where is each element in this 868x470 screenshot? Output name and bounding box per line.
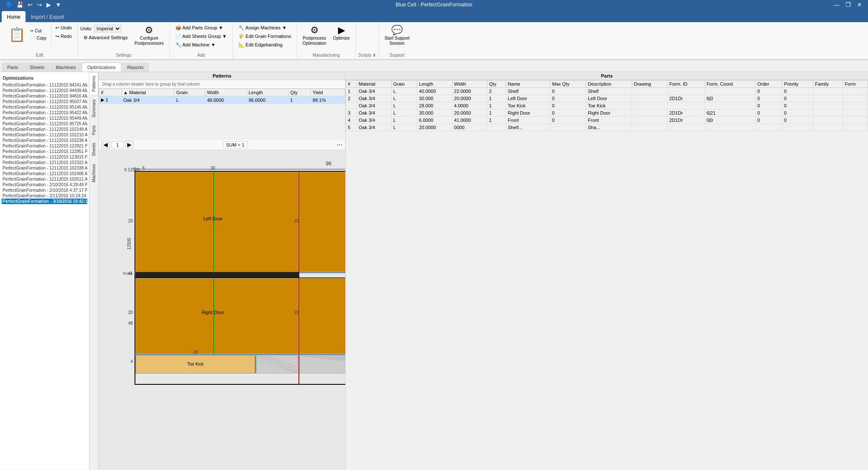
optimization-item-21[interactable]: PerfectGrainFormation - 3/10/2016 10:42:…	[2, 199, 87, 204]
optimization-item-8[interactable]: PerfectGrainFormation - 11122015 102149 …	[2, 127, 87, 132]
optimization-item-9[interactable]: PerfectGrainFormation - 11122015 102210 …	[2, 132, 87, 138]
expand-btn[interactable]: ⋯	[337, 141, 343, 148]
part-row-2[interactable]: Oak 3/4 L 28.000 4.0000 1 Toe Kick 0 Toe…	[346, 102, 868, 110]
tab-machines[interactable]: Machines	[50, 63, 81, 72]
optimization-item-10[interactable]: PerfectGrainFormation - 11122015 102238 …	[2, 138, 87, 143]
parts-col-drawing[interactable]: Drawing	[632, 81, 667, 88]
vtab-summary[interactable]: Summary	[89, 95, 98, 121]
part-row-3[interactable]: 3 Oak 3/4 L 30.000 20.0000 1 Right Door …	[346, 110, 868, 117]
part-row-1[interactable]: 2 Oak 3/4 L 30.000 20.0000 1 Left Door 0…	[346, 95, 868, 102]
optimization-item-5[interactable]: PerfectGrainFormation - 11122015 95422 A…	[2, 110, 87, 115]
optimization-item-1[interactable]: PerfectGrainFormation - 11122015 94439 A…	[2, 88, 87, 93]
close-btn[interactable]: ✕	[854, 1, 865, 8]
part-formid: 2D1Dr	[667, 110, 705, 117]
parts-col-width[interactable]: Width	[452, 81, 487, 88]
edit-edgebanding-button[interactable]: 📐 Edit Edgebanding	[235, 41, 294, 49]
vtab-sheets[interactable]: Sheets	[89, 139, 98, 160]
optimization-item-2[interactable]: PerfectGrainFormation - 11122015 94816 A…	[2, 93, 87, 99]
part-row-5[interactable]: 5 Oak 3/4 L 20.0000 0000 Shelf... Sha...	[346, 124, 868, 131]
optimization-item-11[interactable]: PerfectGrainFormation - 11122015 122921 …	[2, 143, 87, 149]
optimization-item-13[interactable]: PerfectGrainFormation - 11122015 123015 …	[2, 154, 87, 160]
optimization-item-3[interactable]: PerfectGrainFormation - 11122015 95037 A…	[2, 99, 87, 104]
add-sheets-group-button[interactable]: 📄 Add Sheets Group ▼	[172, 32, 230, 40]
parts-col-desc[interactable]: Description	[586, 81, 632, 88]
optimization-item-17[interactable]: PerfectGrainFormation - 12112015 102511 …	[2, 176, 87, 182]
part-priority	[782, 124, 813, 131]
undo-button[interactable]: ↩ Undo	[52, 24, 74, 32]
start-support-session-button[interactable]: 💬 Start SupportSession	[381, 24, 413, 48]
parts-scroll[interactable]: # Material Grain Length Width Qty Name M…	[346, 80, 868, 470]
optimization-item-12[interactable]: PerfectGrainFormation - 11122015 122951 …	[2, 149, 87, 154]
col-width[interactable]: Width	[205, 89, 247, 96]
parts-col-family[interactable]: Family	[813, 81, 843, 88]
advanced-settings-button[interactable]: ⚙ Advanced Settings	[80, 34, 131, 42]
optimization-item-6[interactable]: PerfectGrainFormation - 11122015 95449 A…	[2, 115, 87, 121]
parts-col-material[interactable]: Material	[357, 81, 391, 88]
vtab-machines[interactable]: Machines	[89, 160, 98, 186]
col-grain[interactable]: Grain	[175, 89, 205, 96]
part-row-4[interactable]: 4 Oak 3/4 L 6.0000 41.0000 1 Front 0 Fro…	[346, 117, 868, 124]
parts-col-grain[interactable]: Grain	[391, 81, 417, 88]
optimization-item-16[interactable]: PerfectGrainFormation - 12112015 102406 …	[2, 171, 87, 176]
qat-undo[interactable]: ↩	[26, 1, 34, 9]
qat-dropdown[interactable]: ▼	[54, 1, 63, 9]
pattern-row-0[interactable]: ▶ 1 Oak 3/4 L 48.0000 96.0000 1 88.1%	[99, 96, 345, 104]
paste-icon[interactable]: 📋	[7, 25, 27, 44]
units-select[interactable]: Imperial Metric	[94, 25, 121, 32]
postprocess-button[interactable]: ⚙ PostprocessOptimization	[300, 24, 329, 48]
main-tabs-bar: Parts Sheets Machines Optimizations Repo…	[0, 60, 868, 72]
qat-save[interactable]: 💾	[15, 1, 25, 9]
next-sheet-btn[interactable]: ▶	[125, 141, 134, 149]
copy-button[interactable]: 📄 Copy	[28, 35, 49, 41]
col-yield[interactable]: Yield	[311, 89, 345, 96]
vtab-parts[interactable]: Parts	[89, 121, 98, 139]
parts-col-name[interactable]: Name	[506, 81, 550, 88]
cut-button[interactable]: ✂ Cut	[28, 28, 49, 34]
parts-col-length[interactable]: Length	[417, 81, 452, 88]
optimization-item-15[interactable]: PerfectGrainFormation - 12112015 102338 …	[2, 165, 87, 171]
assign-machines-button[interactable]: 🔧 Assign Machines ▼	[235, 24, 294, 32]
part-order: 0	[756, 88, 782, 95]
qat-redo[interactable]: ↪	[36, 1, 43, 9]
optimize-button[interactable]: ▶ Optimize	[330, 24, 352, 43]
minimize-btn[interactable]: —	[831, 1, 842, 8]
maximize-btn[interactable]: ❐	[843, 1, 854, 8]
optimization-item-7[interactable]: PerfectGrainFormation - 11122015 95725 A…	[2, 121, 87, 127]
parts-col-formid[interactable]: Form. ID	[667, 81, 705, 88]
parts-col-formcoord[interactable]: Form. Coord	[705, 81, 755, 88]
tab-parts[interactable]: Parts	[2, 63, 24, 72]
parts-col-priority[interactable]: Priority	[782, 81, 813, 88]
redo-button[interactable]: ↪ Redo	[52, 32, 74, 40]
optimization-item-0[interactable]: PerfectGrainFormation - 11122015 94241 A…	[2, 82, 87, 88]
qat-run[interactable]: ▶	[45, 1, 52, 9]
optimization-item-18[interactable]: PerfectGrainFormation - 2/10/2016 4:29:4…	[2, 182, 87, 187]
configure-postprocessors-button[interactable]: ⚙ ConfigurePostprocessors	[132, 24, 167, 48]
part-row-0[interactable]: 1 Oak 3/4 L 40.0000 22.0000 2 Shelf 0 Sh…	[346, 88, 868, 95]
prev-sheet-btn[interactable]: ◀	[101, 141, 110, 149]
sheet-page-input[interactable]	[112, 141, 123, 148]
add-parts-group-button[interactable]: 📦 Add Parts Group ▼	[172, 24, 230, 32]
parts-col-hash[interactable]: #	[346, 81, 357, 88]
tab-optimizations[interactable]: Optimizations	[82, 63, 121, 72]
tab-import-export[interactable]: Import / Export	[26, 11, 69, 22]
add-machine-button[interactable]: 🔧 Add Machine ▼	[172, 41, 230, 49]
col-length[interactable]: Length	[247, 89, 289, 96]
optimization-item-14[interactable]: PerfectGrainFormation - 12112015 102322 …	[2, 160, 87, 165]
col-material-arrow[interactable]: ▲ Material	[121, 89, 175, 96]
vtab-patterns[interactable]: Patterns	[89, 72, 98, 95]
tab-home[interactable]: Home	[2, 11, 26, 22]
optimization-item-19[interactable]: PerfectGrainFormation - 2/10/2016 4:37:1…	[2, 187, 87, 193]
patterns-scroll[interactable]: # ▲ Material Grain Width Length Qty Yiel…	[99, 89, 345, 140]
optimization-item-20[interactable]: PerfectGrainFormation - 2/11/2016 10:19:…	[2, 193, 87, 199]
optimization-item-4[interactable]: PerfectGrainFormation - 11122015 95145 A…	[2, 104, 87, 110]
part-width: 20.0000	[452, 95, 487, 102]
parts-col-maxqty[interactable]: Max Qty	[550, 81, 586, 88]
edit-grain-formations-button[interactable]: 🌾 Edit Grain Formations	[235, 32, 294, 40]
parts-col-form[interactable]: Form	[843, 81, 868, 88]
tab-reports[interactable]: Reports	[122, 63, 149, 72]
part-desc: Shelf	[586, 88, 632, 95]
parts-col-qty[interactable]: Qty	[487, 81, 506, 88]
parts-col-order[interactable]: Order	[756, 81, 782, 88]
col-qty[interactable]: Qty	[288, 89, 310, 96]
tab-sheets[interactable]: Sheets	[24, 63, 50, 72]
